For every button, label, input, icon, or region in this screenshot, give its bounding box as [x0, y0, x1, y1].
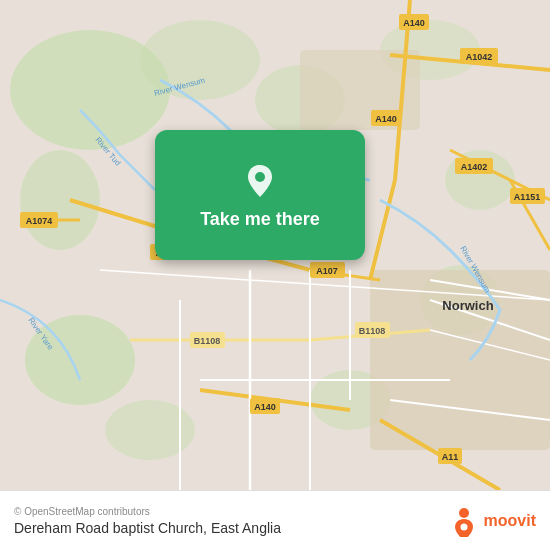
- take-me-there-label: Take me there: [200, 209, 320, 230]
- svg-text:A107: A107: [316, 266, 338, 276]
- map-container: A140 A140 A1042 A1402 A1151 A1074 A1074 …: [0, 0, 550, 490]
- location-name: Dereham Road baptist Church, East Anglia: [14, 520, 281, 536]
- svg-text:A140: A140: [254, 402, 276, 412]
- svg-text:A1074: A1074: [26, 216, 53, 226]
- svg-text:A1042: A1042: [466, 52, 493, 62]
- svg-text:B1108: B1108: [359, 326, 386, 336]
- attribution-text: © OpenStreetMap contributors: [14, 506, 281, 517]
- svg-point-65: [255, 172, 265, 182]
- moovit-text: moovit: [484, 512, 536, 530]
- svg-text:A11: A11: [442, 452, 459, 462]
- svg-text:B1108: B1108: [194, 336, 221, 346]
- svg-point-67: [460, 523, 467, 530]
- moovit-brand-icon: [448, 505, 480, 537]
- svg-point-66: [459, 508, 469, 518]
- svg-rect-11: [370, 270, 550, 450]
- svg-text:Norwich: Norwich: [442, 298, 493, 313]
- svg-text:A1402: A1402: [461, 162, 488, 172]
- location-pin-icon: [240, 161, 280, 201]
- svg-text:A1151: A1151: [514, 192, 541, 202]
- svg-point-10: [105, 400, 195, 460]
- take-me-there-card[interactable]: Take me there: [155, 130, 365, 260]
- svg-text:A140: A140: [403, 18, 425, 28]
- bottom-bar: © OpenStreetMap contributors Dereham Roa…: [0, 490, 550, 550]
- location-info: © OpenStreetMap contributors Dereham Roa…: [14, 506, 281, 536]
- svg-text:A140: A140: [375, 114, 397, 124]
- moovit-logo: moovit: [448, 505, 536, 537]
- svg-point-2: [20, 150, 100, 250]
